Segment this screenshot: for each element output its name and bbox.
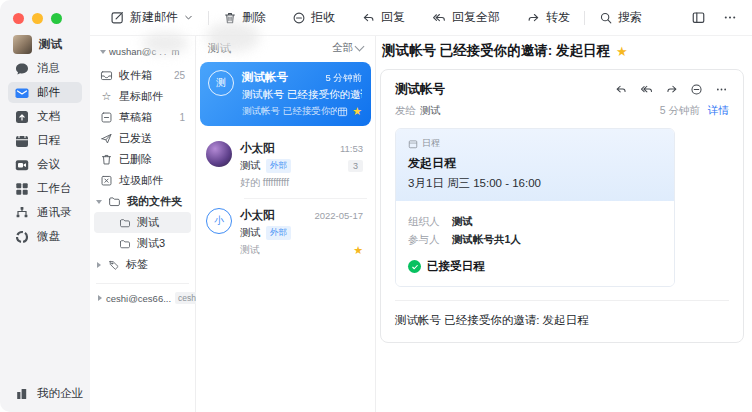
- collapsed-caret-icon: [98, 295, 102, 301]
- sidebar-item-label: 会议: [37, 157, 60, 172]
- minimize-window-button[interactable]: [32, 13, 43, 24]
- mail-body-text: 测试帐号 已经接受你的邀请: 发起日程: [395, 313, 729, 328]
- folder-junk[interactable]: 垃圾邮件: [94, 170, 191, 191]
- toolbar-divider: [208, 11, 209, 25]
- tag-icon: [107, 258, 120, 271]
- list-filter-dropdown[interactable]: 全部: [332, 41, 363, 55]
- folder-drafts[interactable]: 草稿箱 1: [94, 107, 191, 128]
- meeting-icon: [13, 156, 30, 173]
- docs-icon: [13, 108, 30, 125]
- more-options-icon[interactable]: [722, 10, 738, 25]
- chevron-down-icon: [183, 12, 194, 23]
- mail-card: 测试帐号 发给 测试 5 分钟前 详情: [380, 69, 744, 343]
- junk-icon: [100, 174, 113, 187]
- external-badge: 外部: [266, 226, 291, 240]
- collapsed-caret-icon: [97, 262, 101, 268]
- invite-status-text: 已接受日程: [427, 259, 485, 274]
- sidebar-item-profile[interactable]: 测试: [8, 34, 82, 55]
- search-icon: [599, 11, 613, 25]
- sender-name: 测试帐号: [242, 70, 288, 85]
- folder-inbox[interactable]: 收件箱 25: [94, 65, 191, 86]
- forward-icon: [526, 11, 541, 25]
- mail-subject: 测试: [240, 226, 261, 240]
- reply-all-icon[interactable]: [639, 83, 654, 96]
- folder-starred[interactable]: ☆ 星标邮件: [94, 86, 191, 107]
- sidebar-item-messages[interactable]: 消息: [8, 58, 82, 79]
- draft-count: 1: [179, 112, 185, 123]
- close-window-button[interactable]: [13, 13, 24, 24]
- sent-icon: [100, 132, 113, 145]
- block-icon[interactable]: [690, 83, 703, 96]
- mail-preview: 测试: [240, 243, 260, 257]
- sidebar-item-calendar[interactable]: 日程: [8, 130, 82, 151]
- divider: [395, 300, 729, 301]
- sidebar-item-mail[interactable]: 邮件: [8, 82, 82, 103]
- reply-button[interactable]: 回复: [361, 9, 405, 26]
- secondary-account[interactable]: ceshi@ces66... ceshi: [94, 292, 191, 304]
- sender-name: 小太阳: [240, 141, 275, 156]
- star-icon: ☆: [100, 90, 113, 103]
- sidebar-item-workbench[interactable]: 工作台: [8, 178, 82, 199]
- mail-list-item[interactable]: 小 小太阳 2022-05-17 测试 外部 测试 ★: [196, 199, 375, 265]
- maximize-window-button[interactable]: [51, 13, 62, 24]
- calendar-invite-card[interactable]: 日程 发起日程 3月1日 周三 15:00 - 16:00 组织人 测试 参与人…: [395, 128, 675, 287]
- mail-preview: 测试帐号 已经接受你的邀请: [242, 105, 337, 118]
- chevron-down-icon: [355, 42, 365, 52]
- sidebar-item-docs[interactable]: 文档: [8, 106, 82, 127]
- compose-icon: [110, 10, 125, 25]
- reply-icon[interactable]: [614, 83, 628, 96]
- sidebar-item-label: 工作台: [37, 181, 72, 196]
- folder-icon: [118, 216, 131, 229]
- divider: [96, 283, 189, 284]
- workbench-icon: [13, 180, 30, 197]
- avatar: [206, 141, 232, 167]
- folder-my-folders[interactable]: 我的文件夹: [94, 191, 191, 212]
- avatar: 测: [208, 70, 234, 96]
- folder-ceshi[interactable]: 测试: [94, 212, 191, 233]
- calendar-icon: [13, 132, 30, 149]
- folder-deleted[interactable]: 已删除: [94, 149, 191, 170]
- sidebar-item-my-enterprise[interactable]: 我的企业: [8, 383, 82, 404]
- reply-all-button[interactable]: 回复全部: [431, 9, 500, 26]
- chat-icon: [13, 60, 30, 77]
- mail-list-item[interactable]: 小太阳 11:53 测试 外部 3 好的 ffffffffff: [196, 132, 375, 198]
- forward-button[interactable]: 转发: [526, 9, 570, 26]
- blurred-redaction: [206, 22, 260, 52]
- unread-count: 25: [174, 70, 185, 81]
- app-sidebar: 测试 消息 邮件 文档: [0, 0, 90, 412]
- contacts-icon: [13, 204, 30, 221]
- layout-toggle-icon[interactable]: [691, 10, 706, 25]
- mail-preview: 好的 ffffffffff: [240, 176, 363, 190]
- folder-tags[interactable]: 标签: [94, 254, 191, 275]
- sidebar-item-contacts[interactable]: 通讯录: [8, 202, 82, 223]
- timestamp: 5 分钟前: [326, 72, 362, 85]
- to-label: 发给: [395, 104, 416, 118]
- sidebar-item-drive[interactable]: 微盘: [8, 226, 82, 247]
- compose-button[interactable]: 新建邮件: [110, 9, 194, 26]
- mail-subject-title: 测试帐号 已经接受你的邀请: 发起日程: [382, 42, 610, 60]
- toolbar-divider: [584, 11, 585, 25]
- sidebar-item-label: 邮件: [37, 85, 60, 100]
- folder-ceshi3[interactable]: 测试3: [94, 233, 191, 254]
- window-controls: [0, 0, 90, 32]
- search-button[interactable]: 搜索: [599, 9, 642, 26]
- sidebar-item-meeting[interactable]: 会议: [8, 154, 82, 175]
- mail-subject: 测试: [240, 159, 261, 173]
- sidebar-item-label: 文档: [37, 109, 60, 124]
- reject-button[interactable]: 拒收: [292, 9, 335, 26]
- enterprise-icon: [13, 385, 30, 402]
- invite-kind-label: 日程: [422, 137, 440, 150]
- folder-pane: wushan@c..m 收件箱 25 ☆ 星标邮件 草稿箱 1 已发送 已删除 …: [90, 36, 196, 412]
- forward-icon[interactable]: [665, 83, 679, 96]
- trash-icon: [100, 153, 113, 166]
- more-options-icon[interactable]: [714, 83, 729, 96]
- star-icon[interactable]: ★: [616, 45, 628, 58]
- sidebar-item-label: 日程: [37, 133, 60, 148]
- mail-list-item-selected[interactable]: 测 测试帐号 5 分钟前 测试帐号 已经接受你的邀请: 发... 测试帐号 已经…: [200, 62, 371, 126]
- collapse-caret-icon: [100, 50, 106, 54]
- external-badge: 外部: [266, 159, 291, 173]
- timestamp: 5 分钟前: [660, 104, 700, 118]
- details-link[interactable]: 详情: [708, 104, 729, 118]
- inbox-icon: [100, 69, 113, 82]
- folder-sent[interactable]: 已发送: [94, 128, 191, 149]
